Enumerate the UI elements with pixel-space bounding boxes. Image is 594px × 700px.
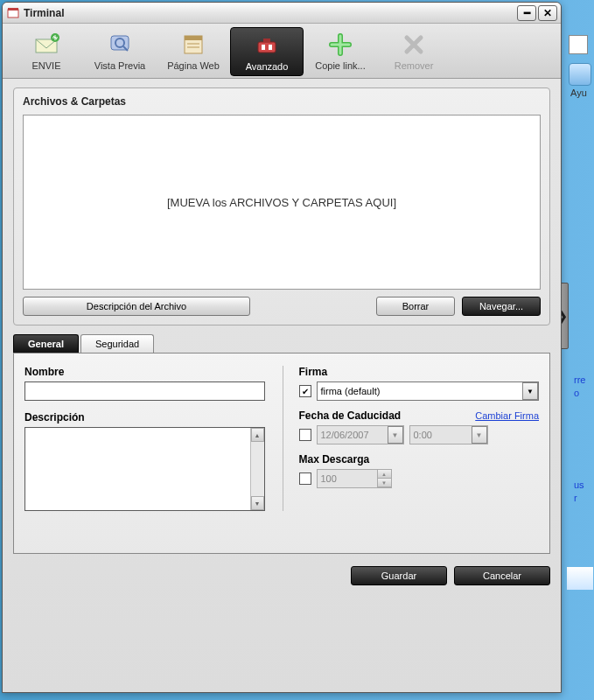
svg-rect-11 (258, 42, 276, 52)
scroll-down-icon[interactable]: ▼ (251, 496, 264, 510)
left-column: Nombre Descripción ▲ ▼ (24, 366, 265, 511)
tabs-container: General Seguridad Nombre Descripción ▲ ▼ (13, 334, 550, 554)
main-window: Tirminal ━ ✕ ENVIE Vista Previa Página W… (2, 2, 562, 693)
remover-button[interactable]: Remover (377, 27, 451, 76)
tab-panel-general: Nombre Descripción ▲ ▼ Firma (13, 353, 550, 554)
files-group-title: Archivos & Carpetas (23, 95, 541, 108)
svg-rect-14 (269, 45, 272, 50)
vista-previa-button[interactable]: Vista Previa (83, 27, 157, 76)
toolbar: ENVIE Vista Previa Página Web Avanzado C… (3, 24, 561, 79)
firma-checkbox[interactable]: ✔ (299, 385, 311, 397)
caducidad-date-input: 12/06/2007 ▼ (317, 425, 404, 444)
scrollbar[interactable]: ▲ ▼ (250, 428, 264, 510)
svg-rect-8 (185, 36, 202, 40)
right-column: Firma ✔ firma (default) ▼ Fecha de Caduc… (283, 366, 540, 511)
titlebar: Tirminal ━ ✕ (3, 3, 561, 24)
max-descarga-label: Max Descarga (299, 453, 540, 466)
app-icon (6, 6, 20, 20)
minimize-button[interactable]: ━ (517, 5, 536, 21)
guardar-button[interactable]: Guardar (351, 566, 447, 585)
envie-button[interactable]: ENVIE (10, 27, 83, 76)
close-button[interactable]: ✕ (538, 5, 557, 21)
firma-select[interactable]: firma (default) ▼ (317, 382, 540, 401)
caducidad-time-input: 0:00 ▼ (409, 425, 488, 444)
remove-icon (400, 31, 428, 59)
svg-rect-0 (8, 10, 18, 18)
content-area: Archivos & Carpetas [MUEVA los ARCHIVOS … (3, 79, 561, 692)
pagina-web-button[interactable]: Página Web (157, 27, 230, 76)
descripcion-label: Descripción (24, 411, 265, 424)
tab-general[interactable]: General (13, 334, 79, 353)
window-title: Tirminal (24, 7, 515, 19)
chevron-down-icon: ▼ (472, 426, 487, 444)
chevron-down-icon: ▼ (388, 426, 403, 444)
file-dropzone[interactable]: [MUEVA los ARCHIVOS Y CARPETAS AQUI] (23, 115, 541, 290)
max-descarga-checkbox[interactable] (299, 472, 311, 485)
avanzado-button[interactable]: Avanzado (230, 27, 304, 76)
svg-rect-1 (8, 8, 18, 10)
caducidad-label: Fecha de Caducidad (299, 410, 402, 422)
delete-button[interactable]: Borrar (376, 297, 455, 316)
spinner-buttons: ▲▼ (377, 470, 391, 487)
caducidad-checkbox[interactable] (299, 429, 311, 441)
tab-seguridad[interactable]: Seguridad (80, 334, 154, 353)
copie-link-button[interactable]: Copie link... (304, 27, 377, 76)
web-page-icon (179, 31, 207, 59)
copy-link-icon (326, 31, 354, 59)
max-descarga-input: 100 ▲▼ (317, 469, 392, 488)
scroll-up-icon[interactable]: ▲ (251, 428, 264, 442)
chevron-down-icon: ▼ (522, 382, 538, 400)
browse-button[interactable]: Navegar... (462, 297, 541, 316)
file-description-button[interactable]: Descripción del Archivo (23, 297, 250, 316)
files-groupbox: Archivos & Carpetas [MUEVA los ARCHIVOS … (13, 88, 550, 326)
svg-rect-13 (262, 45, 265, 50)
firma-label: Firma (299, 366, 540, 378)
nombre-label: Nombre (24, 366, 265, 378)
tab-strip: General Seguridad (13, 334, 550, 353)
send-icon (32, 31, 60, 59)
descripcion-textarea[interactable] (25, 428, 250, 510)
svg-rect-12 (263, 38, 270, 42)
nombre-input[interactable] (24, 382, 265, 401)
cambiar-firma-link[interactable]: Cambiar Firma (475, 410, 539, 421)
advanced-icon (253, 32, 281, 60)
preview-icon (106, 31, 134, 59)
background-fragments: Ayu rre o us r (567, 0, 593, 700)
cancelar-button[interactable]: Cancelar (454, 566, 550, 585)
